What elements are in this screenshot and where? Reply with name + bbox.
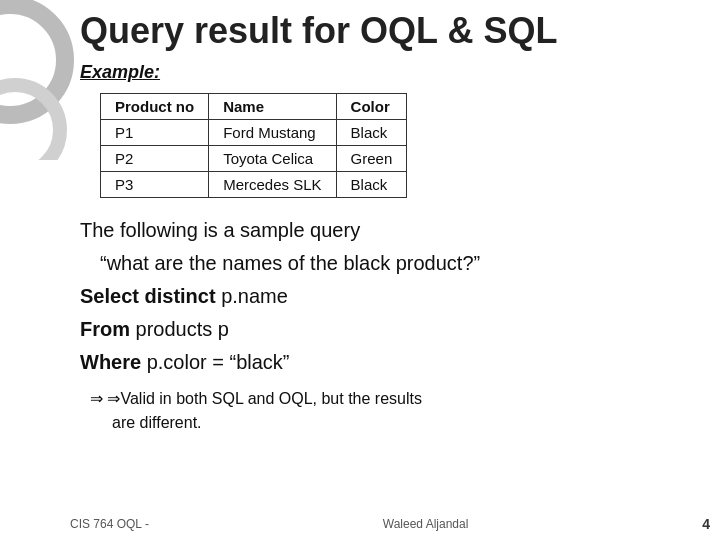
example-label: Example: xyxy=(80,62,690,83)
from-keyword: From xyxy=(80,318,130,340)
col-header-product: Product no xyxy=(101,94,209,120)
footer-course: CIS 764 OQL - xyxy=(70,517,149,531)
where-keyword: Where xyxy=(80,351,141,373)
data-table: Product no Name Color P1Ford MustangBlac… xyxy=(100,93,407,198)
table-cell: P2 xyxy=(101,146,209,172)
col-header-color: Color xyxy=(336,94,407,120)
select-rest: p.name xyxy=(221,285,288,307)
footer-author: Waleed Aljandal xyxy=(383,517,469,531)
select-line: Select distinct p.name xyxy=(80,282,690,311)
select-keyword: Select distinct xyxy=(80,285,216,307)
table-cell: Green xyxy=(336,146,407,172)
footer: CIS 764 OQL - Waleed Aljandal 4 xyxy=(70,516,710,532)
table-cell: Black xyxy=(336,120,407,146)
where-line: Where p.color = “black” xyxy=(80,348,690,377)
page-title: Query result for OQL & SQL xyxy=(80,10,690,52)
from-line: From products p xyxy=(80,315,690,344)
table-cell: P1 xyxy=(101,120,209,146)
query-question: “what are the names of the black product… xyxy=(100,249,690,278)
where-rest: p.color = “black” xyxy=(147,351,290,373)
table-cell: Black xyxy=(336,172,407,198)
table-cell: P3 xyxy=(101,172,209,198)
arrow-line2: are different. xyxy=(112,414,202,431)
table-row: P1Ford MustangBlack xyxy=(101,120,407,146)
from-rest: products p xyxy=(136,318,229,340)
table-row: P2Toyota CelicaGreen xyxy=(101,146,407,172)
arrow-line1: ⇒Valid in both SQL and OQL, but the resu… xyxy=(107,390,422,407)
footer-page-number: 4 xyxy=(702,516,710,532)
arrow-icon: ⇒ xyxy=(90,390,103,407)
table-row: P3Mercedes SLKBlack xyxy=(101,172,407,198)
table-cell: Toyota Celica xyxy=(209,146,336,172)
col-header-name: Name xyxy=(209,94,336,120)
table-cell: Ford Mustang xyxy=(209,120,336,146)
table-cell: Mercedes SLK xyxy=(209,172,336,198)
decorative-circles xyxy=(0,0,80,160)
sample-query-intro: The following is a sample query xyxy=(80,216,690,245)
arrow-note: ⇒ ⇒Valid in both SQL and OQL, but the re… xyxy=(90,387,690,435)
